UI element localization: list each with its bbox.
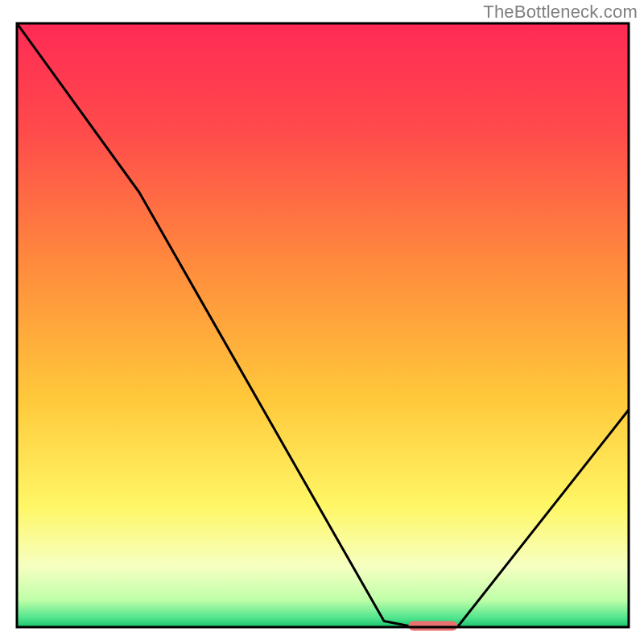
plot-background	[17, 23, 629, 627]
chart-svg	[0, 0, 644, 644]
watermark-label: TheBottleneck.com	[483, 2, 638, 23]
chart-canvas: TheBottleneck.com	[0, 0, 644, 644]
